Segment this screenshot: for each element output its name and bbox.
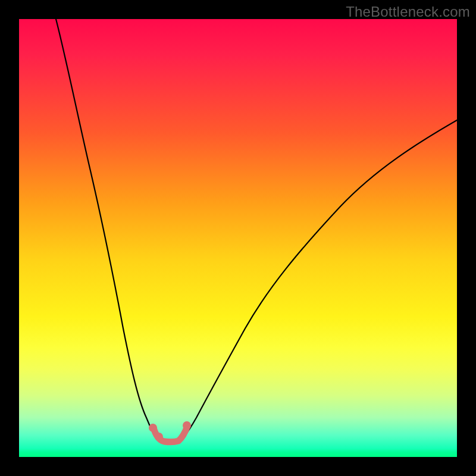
chart-frame: TheBottleneck.com xyxy=(0,0,476,476)
marker-dot-right xyxy=(183,421,191,430)
watermark-text: TheBottleneck.com xyxy=(346,4,470,20)
marker-dot-mid xyxy=(155,433,163,441)
left-branch-curve xyxy=(56,19,178,441)
marker-dot-left xyxy=(149,424,157,432)
curve-svg xyxy=(19,19,457,457)
right-branch-curve xyxy=(178,120,457,441)
plot-area xyxy=(19,19,457,457)
